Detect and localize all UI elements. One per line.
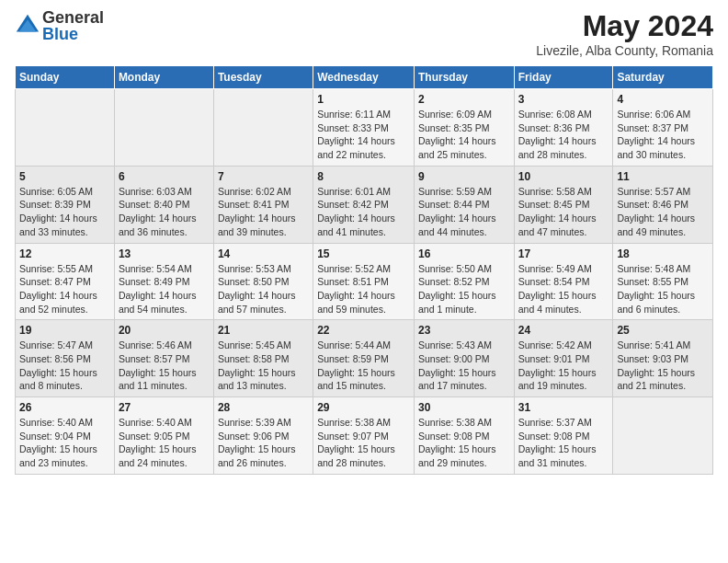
day-number: 30 <box>418 401 510 414</box>
day-info: Sunrise: 6:08 AM Sunset: 8:36 PM Dayligh… <box>518 108 609 162</box>
table-row <box>114 89 213 167</box>
day-number: 31 <box>518 401 609 414</box>
table-row: 30Sunrise: 5:38 AM Sunset: 9:08 PM Dayli… <box>414 397 514 475</box>
day-info: Sunrise: 5:42 AM Sunset: 9:01 PM Dayligh… <box>518 339 609 393</box>
day-info: Sunrise: 5:40 AM Sunset: 9:04 PM Dayligh… <box>19 416 110 470</box>
table-row: 26Sunrise: 5:40 AM Sunset: 9:04 PM Dayli… <box>16 397 115 475</box>
day-number: 3 <box>518 93 609 106</box>
table-row <box>613 397 713 475</box>
table-row: 1Sunrise: 6:11 AM Sunset: 8:33 PM Daylig… <box>313 89 415 167</box>
day-info: Sunrise: 5:54 AM Sunset: 8:49 PM Dayligh… <box>119 262 210 316</box>
col-wednesday: Wednesday <box>313 66 415 89</box>
logo-text: General Blue <box>42 9 104 42</box>
day-info: Sunrise: 6:01 AM Sunset: 8:42 PM Dayligh… <box>317 185 410 239</box>
table-row: 17Sunrise: 5:49 AM Sunset: 8:54 PM Dayli… <box>514 243 613 320</box>
day-number: 18 <box>617 247 709 260</box>
day-number: 15 <box>317 247 410 260</box>
col-friday: Friday <box>514 66 613 89</box>
day-info: Sunrise: 6:02 AM Sunset: 8:41 PM Dayligh… <box>218 185 309 239</box>
day-number: 14 <box>218 247 309 260</box>
day-info: Sunrise: 6:11 AM Sunset: 8:33 PM Dayligh… <box>317 108 410 162</box>
day-info: Sunrise: 5:39 AM Sunset: 9:06 PM Dayligh… <box>218 416 309 470</box>
calendar-header-row: Sunday Monday Tuesday Wednesday Thursday… <box>16 66 713 89</box>
day-number: 8 <box>317 170 410 183</box>
day-info: Sunrise: 5:55 AM Sunset: 8:47 PM Dayligh… <box>19 262 110 316</box>
day-number: 4 <box>617 93 709 106</box>
day-info: Sunrise: 5:44 AM Sunset: 8:59 PM Dayligh… <box>317 339 410 393</box>
day-info: Sunrise: 5:46 AM Sunset: 8:57 PM Dayligh… <box>119 339 210 393</box>
table-row: 18Sunrise: 5:48 AM Sunset: 8:55 PM Dayli… <box>613 243 713 320</box>
day-number: 29 <box>317 401 410 414</box>
day-info: Sunrise: 5:40 AM Sunset: 9:05 PM Dayligh… <box>119 416 210 470</box>
day-number: 22 <box>317 324 410 337</box>
day-info: Sunrise: 5:43 AM Sunset: 9:00 PM Dayligh… <box>418 339 510 393</box>
table-row: 11Sunrise: 5:57 AM Sunset: 8:46 PM Dayli… <box>613 166 713 243</box>
day-number: 23 <box>418 324 510 337</box>
day-number: 5 <box>19 170 110 183</box>
day-info: Sunrise: 5:48 AM Sunset: 8:55 PM Dayligh… <box>617 262 709 316</box>
table-row: 29Sunrise: 5:38 AM Sunset: 9:07 PM Dayli… <box>313 397 415 475</box>
day-info: Sunrise: 5:47 AM Sunset: 8:56 PM Dayligh… <box>19 339 110 393</box>
day-number: 13 <box>119 247 210 260</box>
table-row: 13Sunrise: 5:54 AM Sunset: 8:49 PM Dayli… <box>114 243 213 320</box>
day-number: 27 <box>119 401 210 414</box>
col-saturday: Saturday <box>613 66 713 89</box>
table-row <box>213 89 313 167</box>
day-info: Sunrise: 6:03 AM Sunset: 8:40 PM Dayligh… <box>119 185 210 239</box>
day-number: 24 <box>518 324 609 337</box>
table-row: 25Sunrise: 5:41 AM Sunset: 9:03 PM Dayli… <box>613 320 713 397</box>
calendar-week-row: 19Sunrise: 5:47 AM Sunset: 8:56 PM Dayli… <box>16 320 713 397</box>
day-info: Sunrise: 5:59 AM Sunset: 8:44 PM Dayligh… <box>418 185 510 239</box>
day-info: Sunrise: 5:49 AM Sunset: 8:54 PM Dayligh… <box>518 262 609 316</box>
day-number: 25 <box>617 324 709 337</box>
day-info: Sunrise: 5:37 AM Sunset: 9:08 PM Dayligh… <box>518 416 609 470</box>
table-row: 28Sunrise: 5:39 AM Sunset: 9:06 PM Dayli… <box>213 397 313 475</box>
day-info: Sunrise: 5:52 AM Sunset: 8:51 PM Dayligh… <box>317 262 410 316</box>
table-row: 12Sunrise: 5:55 AM Sunset: 8:47 PM Dayli… <box>16 243 115 320</box>
table-row: 21Sunrise: 5:45 AM Sunset: 8:58 PM Dayli… <box>213 320 313 397</box>
logo-general-text: General <box>42 9 104 26</box>
table-row: 6Sunrise: 6:03 AM Sunset: 8:40 PM Daylig… <box>114 166 213 243</box>
table-row: 24Sunrise: 5:42 AM Sunset: 9:01 PM Dayli… <box>514 320 613 397</box>
day-info: Sunrise: 5:38 AM Sunset: 9:08 PM Dayligh… <box>418 416 510 470</box>
table-row: 5Sunrise: 6:05 AM Sunset: 8:39 PM Daylig… <box>16 166 115 243</box>
table-row: 3Sunrise: 6:08 AM Sunset: 8:36 PM Daylig… <box>514 89 613 167</box>
table-row: 20Sunrise: 5:46 AM Sunset: 8:57 PM Dayli… <box>114 320 213 397</box>
table-row <box>16 89 115 167</box>
table-row: 7Sunrise: 6:02 AM Sunset: 8:41 PM Daylig… <box>213 166 313 243</box>
day-number: 19 <box>19 324 110 337</box>
day-number: 21 <box>218 324 309 337</box>
day-number: 16 <box>418 247 510 260</box>
calendar-week-row: 5Sunrise: 6:05 AM Sunset: 8:39 PM Daylig… <box>16 166 713 243</box>
col-thursday: Thursday <box>414 66 514 89</box>
month-year-title: May 2024 <box>536 9 713 43</box>
table-row: 19Sunrise: 5:47 AM Sunset: 8:56 PM Dayli… <box>16 320 115 397</box>
day-number: 11 <box>617 170 709 183</box>
table-row: 16Sunrise: 5:50 AM Sunset: 8:52 PM Dayli… <box>414 243 514 320</box>
calendar-table: Sunday Monday Tuesday Wednesday Thursday… <box>15 65 713 475</box>
day-number: 9 <box>418 170 510 183</box>
day-info: Sunrise: 5:38 AM Sunset: 9:07 PM Dayligh… <box>317 416 410 470</box>
day-info: Sunrise: 5:45 AM Sunset: 8:58 PM Dayligh… <box>218 339 309 393</box>
location-subtitle: Livezile, Alba County, Romania <box>536 43 713 58</box>
day-number: 1 <box>317 93 410 106</box>
day-number: 10 <box>518 170 609 183</box>
table-row: 14Sunrise: 5:53 AM Sunset: 8:50 PM Dayli… <box>213 243 313 320</box>
table-row: 10Sunrise: 5:58 AM Sunset: 8:45 PM Dayli… <box>514 166 613 243</box>
day-info: Sunrise: 6:05 AM Sunset: 8:39 PM Dayligh… <box>19 185 110 239</box>
table-row: 27Sunrise: 5:40 AM Sunset: 9:05 PM Dayli… <box>114 397 213 475</box>
table-row: 23Sunrise: 5:43 AM Sunset: 9:00 PM Dayli… <box>414 320 514 397</box>
table-row: 31Sunrise: 5:37 AM Sunset: 9:08 PM Dayli… <box>514 397 613 475</box>
day-number: 12 <box>19 247 110 260</box>
header: General Blue May 2024 Livezile, Alba Cou… <box>15 9 713 58</box>
table-row: 2Sunrise: 6:09 AM Sunset: 8:35 PM Daylig… <box>414 89 514 167</box>
calendar-week-row: 26Sunrise: 5:40 AM Sunset: 9:04 PM Dayli… <box>16 397 713 475</box>
day-number: 17 <box>518 247 609 260</box>
table-row: 4Sunrise: 6:06 AM Sunset: 8:37 PM Daylig… <box>613 89 713 167</box>
calendar-week-row: 12Sunrise: 5:55 AM Sunset: 8:47 PM Dayli… <box>16 243 713 320</box>
day-number: 2 <box>418 93 510 106</box>
logo: General Blue <box>15 9 104 42</box>
table-row: 22Sunrise: 5:44 AM Sunset: 8:59 PM Dayli… <box>313 320 415 397</box>
day-info: Sunrise: 5:53 AM Sunset: 8:50 PM Dayligh… <box>218 262 309 316</box>
day-info: Sunrise: 6:09 AM Sunset: 8:35 PM Dayligh… <box>418 108 510 162</box>
